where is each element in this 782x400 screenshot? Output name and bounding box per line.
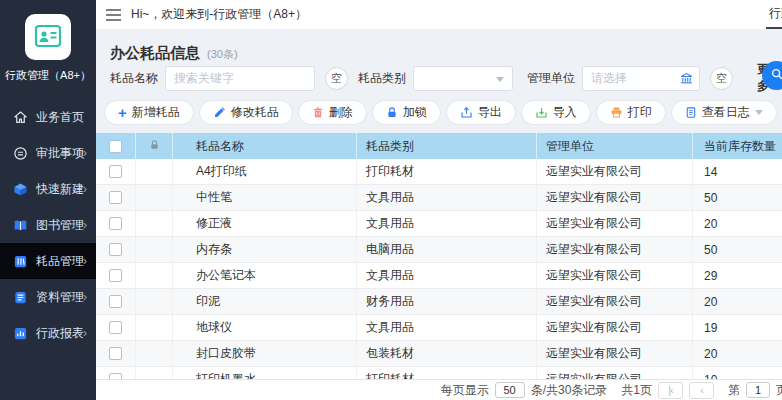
first-page-button[interactable]: |‹: [658, 382, 683, 399]
import-button[interactable]: 导入: [521, 100, 591, 125]
book-icon: [13, 217, 29, 233]
content-area: 办公耗品信息 (30条) 耗品名称 空 耗品类别 管理单位: [96, 30, 782, 400]
delete-button[interactable]: 删除: [298, 100, 367, 125]
table-row[interactable]: 地球仪 文具用品 远望实业有限公司 19: [96, 315, 782, 341]
column-header-qty[interactable]: 当前库存数量: [693, 133, 782, 159]
printer-icon: [610, 106, 623, 119]
sidebar-item-label: 耗品管理: [36, 253, 84, 270]
sidebar-menu: 业务首页 审批事项 › 快速新建 › 图书管理: [0, 99, 96, 351]
column-header-type[interactable]: 耗品类别: [357, 133, 537, 159]
import-icon: [535, 106, 548, 119]
table-row[interactable]: 办公笔记本 文具用品 远望实业有限公司 29: [96, 263, 782, 289]
plus-icon: +: [118, 105, 127, 120]
files-icon: [13, 289, 29, 305]
table-row[interactable]: 封口皮胶带 包装耗材 远望实业有限公司 20: [96, 341, 782, 367]
table-row[interactable]: 中性笔 文具用品 远望实业有限公司 50: [96, 185, 782, 211]
category-select[interactable]: [413, 66, 513, 91]
sidebar-item-label: 快速新建: [36, 181, 84, 198]
column-header-name[interactable]: 耗品名称: [173, 133, 357, 159]
row-checkbox[interactable]: [109, 269, 122, 282]
tab-current-module[interactable]: 行政: [766, 5, 782, 29]
caret-down-icon: [496, 77, 504, 82]
table-row[interactable]: 印泥 财务用品 远望实业有限公司 20: [96, 289, 782, 315]
pagination-bar: 每页显示 条/共30条记录 共1页 |‹ ‹ 第 页: [96, 379, 782, 400]
edit-supply-button[interactable]: 修改耗品: [199, 100, 293, 125]
row-checkbox[interactable]: [109, 243, 122, 256]
clear-name-button[interactable]: 空: [325, 67, 348, 90]
record-count: (30条): [207, 47, 238, 62]
supplies-table: 耗品名称 耗品类别 管理单位 当前库存数量 A4打印纸 打印耗材 远望实业有限公…: [96, 133, 782, 379]
table-row[interactable]: 内存条 电脑用品 远望实业有限公司 50: [96, 237, 782, 263]
name-search-input[interactable]: [165, 66, 315, 91]
row-checkbox[interactable]: [109, 347, 122, 360]
log-icon: [685, 106, 697, 119]
app-window: 行政管理（A8+） 业务首页 审批事项 › 快速新建 ›: [0, 0, 782, 400]
page-suffix-label: 页: [776, 382, 782, 399]
chevron-right-icon: ›: [83, 147, 87, 159]
topbar: Hi~，欢迎来到-行政管理（A8+） 行政: [96, 0, 782, 30]
chevron-right-icon: ›: [83, 327, 87, 339]
export-button[interactable]: 导出: [446, 100, 516, 125]
sidebar-item-label: 业务首页: [36, 109, 84, 126]
view-log-button[interactable]: 查看日志: [671, 100, 777, 125]
supplies-icon: [13, 253, 29, 269]
sidebar-item-label: 图书管理: [36, 217, 84, 234]
row-checkbox[interactable]: [109, 295, 122, 308]
chevron-right-icon: ›: [83, 219, 87, 231]
column-header-unit[interactable]: 管理单位: [537, 133, 693, 159]
sidebar-item-documents[interactable]: 资料管理 ›: [0, 279, 96, 315]
chevron-right-icon: ›: [83, 183, 87, 195]
name-filter-label: 耗品名称: [110, 70, 158, 87]
sidebar-item-business-home[interactable]: 业务首页: [0, 99, 96, 135]
chevron-right-icon: ›: [83, 255, 87, 267]
search-icon: [770, 67, 782, 84]
sidebar-item-approvals[interactable]: 审批事项 ›: [0, 135, 96, 171]
sidebar-item-label: 行政报表: [36, 325, 84, 342]
table-row[interactable]: 修正液 文具用品 远望实业有限公司 20: [96, 211, 782, 237]
table-body: A4打印纸 打印耗材 远望实业有限公司 14 中性笔 文具用品 远望实业有限公司…: [96, 159, 782, 379]
table-row[interactable]: 打印机墨水 打印耗材 远望实业有限公司 10: [96, 367, 782, 379]
sidebar-item-label: 资料管理: [36, 289, 84, 306]
page-prefix-label: 第: [728, 382, 740, 399]
per-page-input[interactable]: [495, 382, 525, 398]
filter-row: 耗品名称 空 耗品类别 管理单位 空 更多: [110, 63, 782, 93]
category-filter-label: 耗品类别: [358, 70, 406, 87]
edit-icon: [213, 106, 226, 119]
sidebar: 行政管理（A8+） 业务首页 审批事项 › 快速新建 ›: [0, 0, 96, 400]
sidebar-item-reports[interactable]: 行政报表 ›: [0, 315, 96, 351]
report-icon: [13, 325, 29, 341]
sidebar-item-quick-create[interactable]: 快速新建 ›: [0, 171, 96, 207]
organization-icon[interactable]: [680, 72, 693, 88]
home-icon: [13, 109, 29, 125]
lock-icon: [386, 106, 398, 119]
prev-page-button[interactable]: ‹: [689, 382, 714, 399]
per-page-label: 每页显示: [441, 382, 489, 399]
row-checkbox[interactable]: [109, 217, 122, 230]
row-checkbox[interactable]: [109, 165, 122, 178]
sidebar-item-books[interactable]: 图书管理 ›: [0, 207, 96, 243]
table-header-row: 耗品名称 耗品类别 管理单位 当前库存数量: [96, 133, 782, 159]
toolbar: + 新增耗品 修改耗品 删除: [104, 100, 782, 125]
clear-unit-button[interactable]: 空: [710, 67, 733, 90]
table-row[interactable]: A4打印纸 打印耗材 远望实业有限公司 14: [96, 159, 782, 185]
print-button[interactable]: 打印: [596, 100, 666, 125]
trash-icon: [312, 106, 324, 119]
sidebar-item-supplies[interactable]: 耗品管理 ›: [0, 243, 96, 279]
select-all-checkbox[interactable]: [109, 140, 122, 153]
row-checkbox[interactable]: [109, 321, 122, 334]
page-header: 办公耗品信息 (30条): [110, 44, 238, 63]
id-card-icon: [33, 21, 63, 54]
row-checkbox[interactable]: [109, 191, 122, 204]
lock-column-icon: [149, 139, 160, 154]
app-logo: [25, 14, 71, 60]
hamburger-menu-icon[interactable]: [106, 9, 121, 21]
lock-button[interactable]: 加锁: [372, 100, 441, 125]
approval-icon: [13, 145, 29, 161]
records-label: 条/共30条记录: [531, 382, 608, 399]
page-number-input[interactable]: [746, 382, 770, 398]
quick-create-icon: [13, 181, 29, 197]
sidebar-item-label: 审批事项: [36, 145, 84, 162]
main-area: Hi~，欢迎来到-行政管理（A8+） 行政 办公耗品信息 (30条) 耗品名称 …: [96, 0, 782, 400]
greeting-text: Hi~，欢迎来到-行政管理（A8+）: [131, 6, 307, 23]
add-supply-button[interactable]: + 新增耗品: [104, 100, 194, 125]
